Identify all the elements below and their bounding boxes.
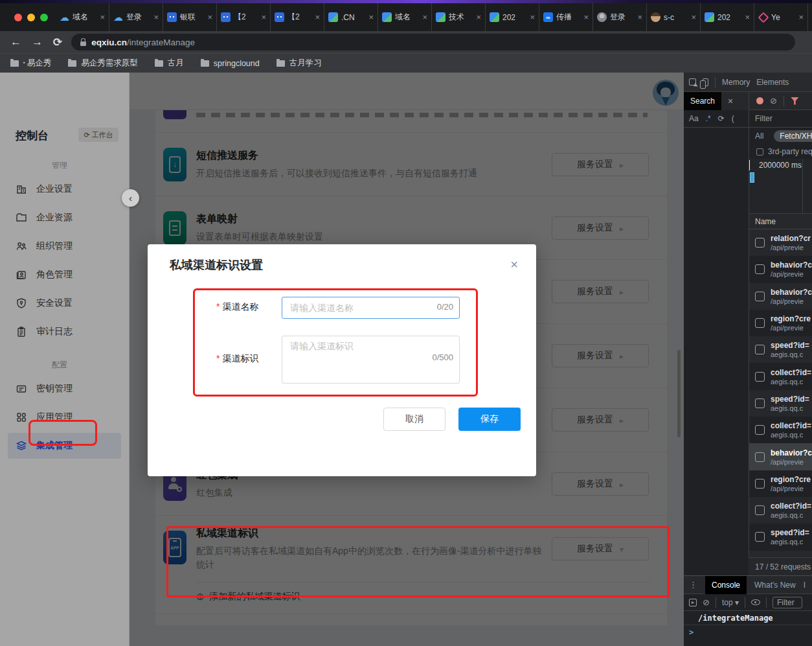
third-party-checkbox[interactable] xyxy=(756,148,763,156)
match-case-button[interactable]: Aa xyxy=(689,114,699,123)
drawer-tab-whats-new[interactable]: What's New xyxy=(754,581,796,590)
console-log-entry[interactable]: /integrateManage xyxy=(684,611,812,625)
close-window-button[interactable] xyxy=(14,14,22,21)
browser-tab[interactable]: 传播 × xyxy=(539,3,593,31)
network-request-row[interactable]: collect?id= aegis.qq.c xyxy=(749,497,812,524)
tab-close-icon[interactable]: × xyxy=(261,12,266,22)
tab-close-icon[interactable]: × xyxy=(315,12,320,22)
request-document-icon xyxy=(755,532,765,542)
request-document-icon xyxy=(755,452,765,462)
devtools-tab-memory[interactable]: Memory xyxy=(722,78,750,87)
search-close-icon[interactable]: × xyxy=(728,96,733,106)
tab-close-icon[interactable]: × xyxy=(100,12,105,22)
browser-tab[interactable]: 域名 × xyxy=(56,3,109,31)
drawer-tab-partial[interactable]: I xyxy=(804,581,806,590)
bookmark-folder[interactable]: 易企秀需求原型 xyxy=(68,58,138,69)
console-prompt-icon[interactable]: > xyxy=(689,628,694,637)
browser-tab[interactable]: Ye × xyxy=(754,3,808,31)
back-icon[interactable]: ← xyxy=(10,36,21,49)
tab-close-icon[interactable]: × xyxy=(368,12,374,22)
modal-close-icon[interactable]: × xyxy=(510,257,518,272)
minimize-window-button[interactable] xyxy=(27,14,35,21)
devtools-panel: Memory Elements Search × ⊘ Aa .* ⟳ ( Fil… xyxy=(684,73,812,646)
browser-tab[interactable]: s-c × xyxy=(647,3,701,31)
network-request-row[interactable]: behavior?c /api/previe xyxy=(749,256,812,283)
tab-close-icon[interactable]: × xyxy=(476,12,481,22)
network-request-row[interactable]: behavior?c /api/previe xyxy=(749,443,812,470)
tab-favicon-icon xyxy=(490,12,499,22)
bookmark-folder[interactable]: 古月学习 xyxy=(276,58,322,69)
network-request-row[interactable]: region?cre /api/previe xyxy=(749,470,812,497)
network-request-row[interactable]: collect?id= aegis.qq.c xyxy=(749,417,812,443)
tab-title: 域名 xyxy=(395,12,419,23)
console-context-selector[interactable]: top ▾ xyxy=(722,598,739,607)
live-expression-eye-icon[interactable] xyxy=(751,599,760,605)
browser-tab[interactable]: 技术 × xyxy=(432,3,486,31)
folder-icon xyxy=(276,60,285,67)
browser-tab[interactable]: 202 × xyxy=(486,3,539,31)
sidebar-collapse-button[interactable]: ‹ xyxy=(122,189,139,207)
reload-icon[interactable]: ⟳ xyxy=(53,36,62,49)
browser-tab[interactable]: 登录 × xyxy=(593,3,647,31)
tab-close-icon[interactable]: × xyxy=(745,12,750,22)
search-tab[interactable]: Search xyxy=(684,92,721,110)
console-clear-icon[interactable]: ⊘ xyxy=(703,598,710,606)
network-name-column-header[interactable]: Name xyxy=(749,214,812,229)
devtools-tab-elements[interactable]: Elements xyxy=(756,78,789,87)
channel-name-input[interactable] xyxy=(282,297,460,319)
filter-chip-fetch-xhr[interactable]: Fetch/XHR xyxy=(774,130,812,142)
network-filter-input[interactable]: Filter xyxy=(749,110,812,128)
network-request-row[interactable]: speed?id= aegis.qq.c xyxy=(749,524,812,550)
request-document-icon xyxy=(755,292,765,301)
tab-close-icon[interactable]: × xyxy=(637,12,642,22)
bookmark-folder[interactable]: 易企秀 xyxy=(10,58,51,69)
filter-funnel-icon[interactable] xyxy=(791,97,799,105)
browser-tab[interactable]: 202 × xyxy=(701,3,754,31)
save-button[interactable]: 保存 xyxy=(458,408,521,431)
tab-favicon-icon xyxy=(60,12,69,22)
network-request-row[interactable]: speed?id= aegis.qq.c xyxy=(749,390,812,417)
traffic-lights xyxy=(14,14,48,21)
browser-tab[interactable]: 登录 × xyxy=(109,3,163,31)
record-icon[interactable] xyxy=(756,97,763,104)
console-sidebar-icon[interactable]: ▸ xyxy=(689,599,697,606)
network-request-row[interactable]: speed?id= aegis.qq.c xyxy=(749,336,812,363)
tab-close-icon[interactable]: × xyxy=(691,12,696,22)
network-request-row[interactable]: relation?cr /api/previe xyxy=(749,229,812,256)
inspect-element-icon[interactable] xyxy=(689,78,696,86)
network-request-row[interactable]: collect?id= aegis.qq.c xyxy=(749,363,812,389)
address-bar[interactable]: eqxiu.cn/integrateManage xyxy=(71,34,795,51)
request-name: speed?id= xyxy=(771,528,809,537)
browser-tab[interactable]: 银联 × xyxy=(163,3,217,31)
network-request-row[interactable]: region?cre /api/previe xyxy=(749,310,812,336)
network-request-row[interactable]: behavior?c /api/previe xyxy=(749,283,812,310)
browser-tab[interactable]: 【2 × xyxy=(271,3,324,31)
required-asterisk: * xyxy=(216,301,220,312)
tab-title: Ye xyxy=(771,13,795,22)
network-request-row[interactable]: pv?from=h xyxy=(749,551,812,557)
forward-icon[interactable]: → xyxy=(32,36,43,49)
tab-close-icon[interactable]: × xyxy=(422,12,427,22)
drawer-tab-console[interactable]: Console xyxy=(705,576,747,594)
tab-close-icon[interactable]: × xyxy=(798,12,804,22)
tab-close-icon[interactable]: × xyxy=(583,12,589,22)
bookmark-folder[interactable]: 古月 xyxy=(155,58,184,69)
filter-chip-all[interactable]: All xyxy=(755,132,763,141)
drawer-menu-icon[interactable]: ⋮ xyxy=(689,580,697,590)
device-toolbar-icon[interactable] xyxy=(703,78,708,86)
clear-icon[interactable]: ⊘ xyxy=(770,97,777,105)
tab-close-icon[interactable]: × xyxy=(530,12,535,22)
network-timeline[interactable]: 2000000 ms xyxy=(749,159,812,214)
browser-tab[interactable]: 【2 × xyxy=(217,3,271,31)
console-filter-input[interactable]: Filter xyxy=(773,597,802,608)
browser-tab[interactable]: .CN × xyxy=(324,3,378,31)
search-refresh-icon[interactable]: ⟳ xyxy=(718,114,725,123)
regex-button[interactable]: .* xyxy=(706,114,711,123)
browser-toolbar: ← → ⟳ eqxiu.cn/integrateManage xyxy=(0,31,812,53)
bookmark-folder[interactable]: springclound xyxy=(201,59,260,68)
browser-tab[interactable]: 域名 × xyxy=(378,3,432,31)
tab-close-icon[interactable]: × xyxy=(207,12,212,22)
cancel-button[interactable]: 取消 xyxy=(383,408,445,431)
tab-close-icon[interactable]: × xyxy=(153,12,159,22)
zoom-window-button[interactable] xyxy=(40,14,48,21)
